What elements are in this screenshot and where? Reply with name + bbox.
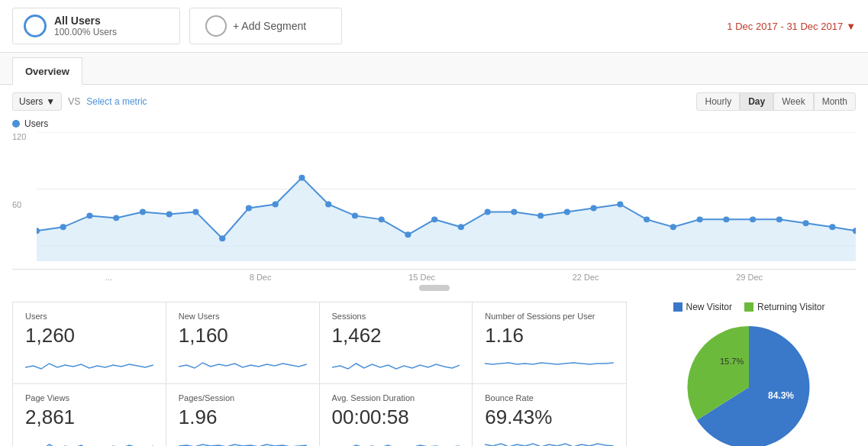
segment-list: All Users 100.00% Users + Add Segment: [12, 8, 342, 44]
stat-pages-per-session: Pages/Session 1.96: [166, 384, 320, 446]
stat-avg-session-label: Avg. Session Duration: [332, 393, 460, 402]
metric-selector[interactable]: Users ▼: [12, 92, 62, 111]
stat-users-value: 1,260: [25, 324, 153, 347]
segment-title: All Users: [54, 15, 117, 27]
chart-legend: Users: [12, 118, 856, 129]
stat-bounce-rate-label: Bounce Rate: [485, 393, 614, 402]
metric-controls: Users ▼ VS Select a metric: [12, 92, 147, 111]
x-label-22dec: 22 Dec: [573, 273, 599, 282]
x-label-29dec: 29 Dec: [736, 273, 763, 282]
header: All Users 100.00% Users + Add Segment 1 …: [0, 0, 868, 53]
add-segment-icon: [205, 15, 227, 37]
segment-all-users[interactable]: All Users 100.00% Users: [12, 8, 180, 44]
stats-grid: Users 1,260 New Users 1,160 Sessions 1,4…: [12, 302, 627, 446]
stat-sessions-per-user-value: 1.16: [485, 324, 614, 347]
new-visitor-label: New Visitor: [686, 302, 732, 312]
stat-bounce-rate: Bounce Rate 69.43%: [473, 384, 626, 446]
x-label-start: ...: [105, 273, 112, 282]
chart-scrollbar[interactable]: [12, 283, 856, 292]
svg-point-9: [166, 211, 173, 217]
tab-overview[interactable]: Overview: [12, 57, 82, 85]
new-visitor-legend: New Visitor: [673, 302, 732, 312]
stat-users: Users 1,260: [13, 302, 166, 384]
svg-point-34: [829, 224, 835, 230]
svg-point-8: [140, 208, 146, 215]
stat-bounce-rate-value: 69.43%: [485, 406, 614, 429]
svg-point-29: [697, 216, 703, 222]
x-label-15dec: 15 Dec: [408, 273, 435, 282]
scrollbar-thumb[interactable]: [419, 285, 450, 291]
svg-point-25: [591, 205, 597, 211]
svg-point-20: [458, 224, 464, 230]
y-label-120: 120: [12, 132, 35, 141]
stat-page-views-label: Page Views: [25, 393, 153, 402]
chart-y-axis: 120 60: [12, 132, 35, 269]
svg-point-19: [431, 216, 437, 222]
chart-x-axis: ... 8 Dec 15 Dec 22 Dec 29 Dec: [12, 270, 856, 283]
sparkline-avg-session: [332, 434, 460, 446]
pie-chart-svg: 84.3% 15.7%: [665, 318, 833, 446]
svg-point-31: [750, 216, 756, 222]
stat-sessions-per-user: Number of Sessions per User 1.16: [473, 302, 626, 384]
time-btn-day[interactable]: Day: [740, 92, 773, 111]
add-segment-label: + Add Segment: [233, 20, 306, 32]
vs-label: VS: [68, 96, 80, 107]
svg-point-27: [644, 216, 650, 222]
time-btn-month[interactable]: Month: [814, 92, 856, 111]
svg-point-11: [219, 235, 225, 241]
svg-point-22: [511, 208, 517, 215]
sparkline-pages-session: [179, 434, 307, 446]
svg-point-14: [298, 175, 305, 181]
sparkline-new-users: [179, 352, 307, 375]
x-label-8dec: 8 Dec: [250, 273, 272, 282]
sparkline-page-views: [25, 434, 153, 446]
stat-page-views: Page Views 2,861: [13, 384, 166, 446]
chart-svg-container: [37, 132, 856, 269]
date-range-picker[interactable]: 1 Dec 2017 - 31 Dec 2017 ▼: [727, 21, 856, 32]
chart-area: Users 120 60: [0, 118, 868, 292]
metric-caret-icon: ▼: [46, 96, 55, 107]
svg-point-12: [246, 205, 252, 211]
all-users-icon: [24, 15, 47, 37]
returning-visitor-color-square: [744, 302, 753, 312]
sparkline-sessions: [332, 352, 460, 375]
metric-label: Users: [19, 96, 43, 107]
stat-sessions: Sessions 1,462: [320, 302, 473, 384]
svg-point-18: [405, 231, 411, 238]
sparkline-bounce-rate: [485, 434, 614, 446]
date-caret-icon: ▼: [846, 21, 856, 32]
stat-new-users-label: New Users: [179, 312, 307, 321]
returning-visitor-label: Returning Visitor: [757, 302, 825, 312]
svg-point-16: [352, 212, 358, 218]
line-chart-svg: [37, 132, 856, 269]
segment-info: All Users 100.00% Users: [54, 15, 117, 37]
stat-new-users: New Users 1,160: [166, 302, 320, 384]
stat-new-users-value: 1,160: [179, 324, 307, 347]
new-visitor-pct-label: 84.3%: [768, 390, 794, 401]
stats-section: Users 1,260 New Users 1,160 Sessions 1,4…: [0, 292, 868, 446]
stat-pages-per-session-label: Pages/Session: [179, 393, 307, 402]
segment-subtitle: 100.00% Users: [54, 27, 117, 37]
svg-point-17: [379, 216, 385, 222]
svg-point-13: [273, 201, 279, 207]
users-legend-dot: [12, 120, 20, 128]
pie-legend: New Visitor Returning Visitor: [673, 302, 825, 312]
stat-sessions-label: Sessions: [332, 312, 460, 321]
svg-point-32: [776, 216, 782, 222]
sparkline-users: [25, 352, 153, 375]
returning-visitor-pct-label: 15.7%: [720, 357, 744, 366]
pie-section: New Visitor Returning Visitor 84.3% 15.7…: [642, 302, 856, 446]
svg-point-30: [723, 216, 729, 222]
svg-point-28: [670, 224, 676, 230]
time-btn-hourly[interactable]: Hourly: [696, 92, 740, 111]
y-label-60: 60: [12, 200, 35, 209]
time-btn-week[interactable]: Week: [773, 92, 813, 111]
add-segment-button[interactable]: + Add Segment: [189, 8, 342, 44]
svg-point-10: [192, 208, 198, 215]
stat-pages-per-session-value: 1.96: [179, 406, 307, 429]
svg-point-15: [325, 201, 331, 207]
stat-avg-session-value: 00:00:58: [332, 406, 460, 429]
svg-point-21: [485, 208, 491, 215]
chart-controls: Users ▼ VS Select a metric Hourly Day We…: [0, 85, 868, 118]
select-metric-link[interactable]: Select a metric: [86, 96, 147, 107]
